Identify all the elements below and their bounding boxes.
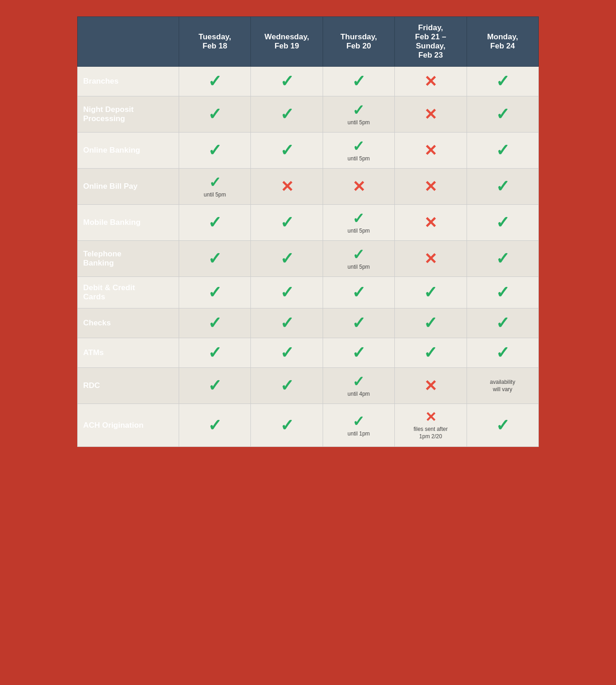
cell-wed: ✓ [251,404,323,447]
check-icon: ✓ [352,313,366,332]
cell-tue: ✓ [179,404,250,447]
cell-tue: ✓ [179,67,250,96]
row-label: Online Banking [78,133,179,169]
check-icon: ✓ [280,141,294,159]
table-row: Branches✓✓✓✕✓ [78,67,539,96]
row-label: ATMs [78,338,179,368]
row-label: TelephoneBanking [78,241,179,277]
check-icon: ✓ [352,103,365,117]
check-icon: ✓ [352,72,366,90]
cell-mon: ✓ [467,133,538,169]
check-icon: ✓ [280,343,294,362]
cross-icon: ✕ [424,106,437,123]
check-icon: ✓ [496,213,510,232]
cell-thu: ✓until 4pm [323,368,394,404]
cell-wed: ✓ [251,96,323,133]
row-label: Debit & CreditCards [78,277,179,308]
cross-icon: ✕ [425,410,436,424]
check-note: ✓until 5pm [327,139,391,162]
check-icon: ✓ [496,72,510,90]
check-icon: ✓ [208,416,222,435]
page-wrapper: Tuesday,Feb 18 Wednesday,Feb 19 Thursday… [77,0,539,456]
check-icon: ✓ [209,175,221,190]
cell-thu: ✓until 5pm [323,241,394,277]
cell-tue: ✓until 5pm [179,169,250,205]
check-note: ✓until 5pm [327,103,391,126]
check-icon: ✓ [496,105,510,123]
cell-mon: ✓ [467,338,538,368]
cell-wed: ✓ [251,308,323,338]
title-bar [77,0,539,16]
cell-thu: ✓until 5pm [323,205,394,241]
header-wednesday: Wednesday,Feb 19 [251,17,323,67]
check-icon: ✓ [280,213,294,232]
check-note: ✓until 1pm [327,414,391,437]
check-icon: ✓ [352,247,365,262]
cell-mon: ✓ [467,241,538,277]
check-icon: ✓ [496,177,510,196]
check-icon: ✓ [352,414,365,429]
cell-thu: ✓ [323,338,394,368]
check-note: ✓until 5pm [327,211,391,234]
check-icon: ✓ [496,416,510,435]
check-icon: ✓ [208,313,222,332]
check-icon: ✓ [424,283,437,302]
cross-icon: ✕ [352,178,365,195]
cell-tue: ✓ [179,241,250,277]
cell-mon: ✓ [467,308,538,338]
note-text: until 5pm [348,119,370,126]
check-icon: ✓ [208,72,222,90]
cell-tue: ✓ [179,96,250,133]
cell-tue: ✓ [179,133,250,169]
cross-icon: ✕ [424,250,437,267]
row-label: RDC [78,368,179,404]
check-icon: ✓ [208,343,222,362]
row-label: Branches [78,67,179,96]
cell-fri_sun: ✕ [395,169,467,205]
check-icon: ✓ [352,283,366,302]
note-text: until 5pm [348,264,370,270]
header-label-col [78,17,179,67]
cell-mon: ✓ [467,169,538,205]
check-icon: ✓ [280,105,294,123]
cell-fri_sun: ✕ [395,96,467,133]
cell-mon: ✓ [467,67,538,96]
note-text: until 4pm [348,391,370,397]
note-text: until 5pm [348,228,370,234]
cell-thu: ✓ [323,308,394,338]
cell-tue: ✓ [179,368,250,404]
header-monday: Monday,Feb 24 [467,17,538,67]
cell-fri_sun: ✕ [395,241,467,277]
cell-thu: ✓until 5pm [323,96,394,133]
check-icon: ✓ [208,283,222,302]
check-icon: ✓ [208,141,222,159]
cell-thu: ✕ [323,169,394,205]
cell-fri_sun: ✓ [395,277,467,308]
cross-icon: ✕ [424,178,437,195]
cell-tue: ✓ [179,205,250,241]
note-text: until 5pm [204,191,226,198]
check-icon: ✓ [208,376,222,395]
cell-wed: ✓ [251,338,323,368]
cell-wed: ✓ [251,67,323,96]
cell-wed: ✕ [251,169,323,205]
cell-wed: ✓ [251,133,323,169]
cell-fri_sun: ✓ [395,308,467,338]
cross-icon: ✕ [424,142,437,159]
cross-icon: ✕ [424,214,437,231]
header-thursday: Thursday,Feb 20 [323,17,394,67]
schedule-table: Tuesday,Feb 18 Wednesday,Feb 19 Thursday… [77,16,539,447]
check-icon: ✓ [280,283,294,302]
cell-mon: ✓ [467,277,538,308]
cell-mon: ✓ [467,205,538,241]
cell-fri_sun: ✕ [395,133,467,169]
check-icon: ✓ [280,313,294,332]
table-row: Online Bill Pay✓until 5pm✕✕✕✓ [78,169,539,205]
table-row: Checks✓✓✓✓✓ [78,308,539,338]
check-icon: ✓ [280,376,294,395]
check-icon: ✓ [280,249,294,268]
cell-wed: ✓ [251,277,323,308]
table-row: Night DepositProcessing✓✓✓until 5pm✕✓ [78,96,539,133]
check-icon: ✓ [280,416,294,435]
table-row: Online Banking✓✓✓until 5pm✕✓ [78,133,539,169]
